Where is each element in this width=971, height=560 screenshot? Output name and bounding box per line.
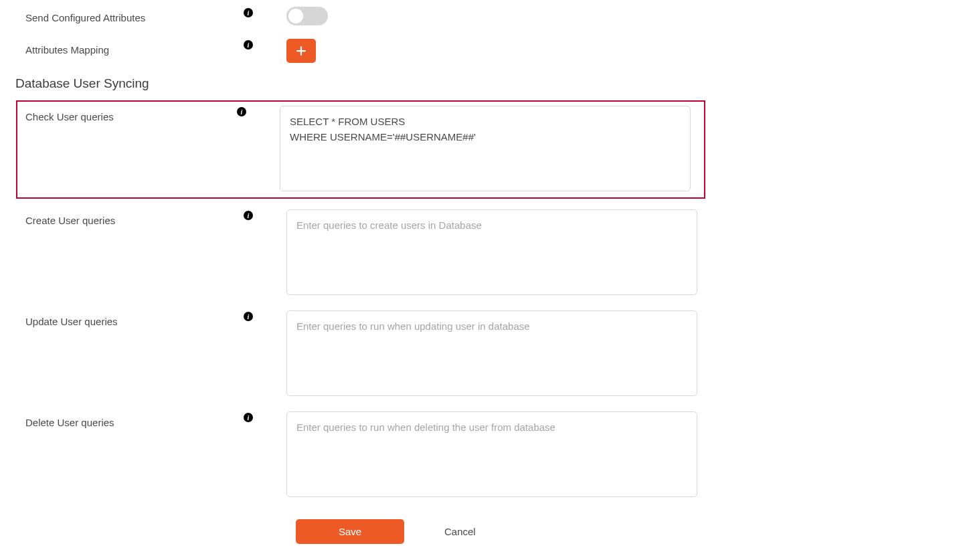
check-user-queries-row: Check User queries i	[20, 106, 701, 193]
update-user-queries-row: Update User queries i	[13, 310, 958, 398]
delete-user-queries-input[interactable]	[286, 411, 697, 497]
action-buttons: Save Cancel	[13, 519, 958, 544]
send-configured-attributes-toggle[interactable]	[286, 7, 328, 25]
update-user-queries-input[interactable]	[286, 310, 697, 396]
info-icon[interactable]: i	[244, 8, 253, 17]
save-button[interactable]: Save	[296, 519, 404, 544]
check-user-queries-label: Check User queries	[25, 111, 114, 122]
send-configured-attributes-row: Send Configured Attributes i	[13, 7, 958, 25]
create-user-queries-label: Create User queries	[25, 215, 115, 226]
delete-user-queries-label: Delete User queries	[25, 417, 114, 428]
update-user-queries-label: Update User queries	[25, 316, 118, 327]
plus-icon	[295, 45, 307, 57]
info-icon[interactable]: i	[244, 211, 253, 220]
create-user-queries-row: Create User queries i	[13, 209, 958, 297]
info-icon[interactable]: i	[237, 107, 246, 116]
attributes-mapping-label: Attributes Mapping	[25, 44, 109, 56]
info-icon[interactable]: i	[244, 40, 253, 50]
database-user-syncing-title: Database User Syncing	[13, 76, 958, 91]
add-attribute-mapping-button[interactable]	[286, 39, 316, 63]
info-icon[interactable]: i	[244, 312, 253, 321]
check-user-queries-input[interactable]	[280, 106, 691, 191]
cancel-button[interactable]: Cancel	[444, 526, 476, 537]
create-user-queries-input[interactable]	[286, 209, 697, 295]
check-user-highlight: Check User queries i	[16, 100, 705, 199]
info-icon[interactable]: i	[244, 413, 253, 422]
send-configured-attributes-label: Send Configured Attributes	[25, 12, 145, 23]
attributes-mapping-row: Attributes Mapping i	[13, 39, 958, 63]
delete-user-queries-row: Delete User queries i	[13, 411, 958, 499]
